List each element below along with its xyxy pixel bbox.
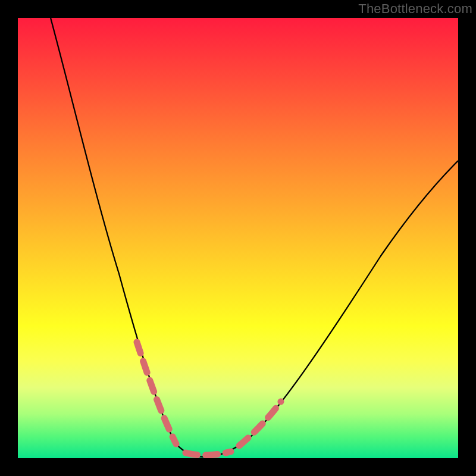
curve-layer xyxy=(18,18,458,458)
chart-frame: TheBottleneck.com xyxy=(0,0,476,476)
bottleneck-curve xyxy=(51,18,458,457)
highlight-dashes-right xyxy=(239,402,281,446)
highlight-dashes-bottom xyxy=(186,452,231,455)
plot-area xyxy=(18,18,458,458)
watermark-text: TheBottleneck.com xyxy=(358,1,472,17)
